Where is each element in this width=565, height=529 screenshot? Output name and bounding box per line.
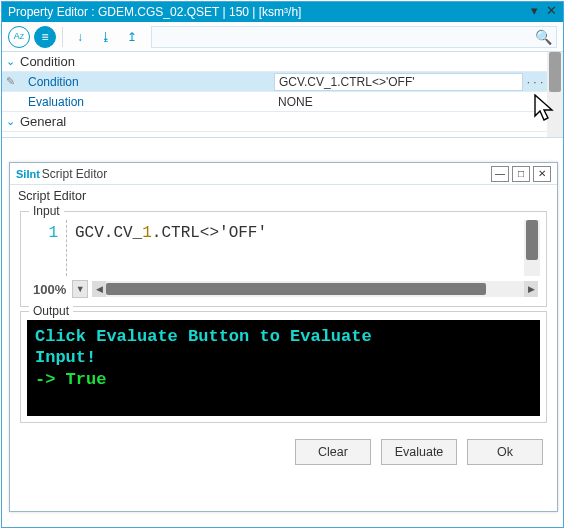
code-vscroll-thumb[interactable]: [526, 220, 538, 260]
maximize-icon: □: [518, 168, 524, 179]
sort-az-icon: AZ: [14, 32, 24, 41]
output-line3: -> True: [35, 370, 106, 389]
output-line2: Input!: [35, 348, 96, 367]
output-line1: Click Evaluate Button to Evaluate: [35, 327, 372, 346]
row-evaluation-value: NONE: [274, 95, 547, 109]
search-input[interactable]: 🔍: [151, 26, 557, 48]
script-editor-window: SiInt Script Editor — □ ✕ Script Editor …: [9, 162, 558, 512]
code-hscrollbar[interactable]: ◀ ▶: [92, 281, 538, 297]
download-icon: ↓: [77, 30, 83, 44]
row-condition[interactable]: ✎ Condition GCV.CV_1.CTRL<>'OFF' · · ·: [2, 72, 547, 92]
zoom-level: 100%: [27, 282, 72, 297]
pin-icon[interactable]: ▾: [531, 3, 538, 18]
script-editor-button-row: Clear Evaluate Ok: [10, 427, 557, 465]
property-editor-title: Property Editor : GDEM.CGS_02.QSET | 150…: [8, 5, 301, 19]
hscroll-left-arrow[interactable]: ◀: [92, 281, 106, 297]
property-editor-toolbar: AZ ≡ ↓ ⭳ ↥ 🔍: [2, 22, 563, 52]
code-vscrollbar[interactable]: [524, 220, 540, 276]
zoom-dropdown[interactable]: ▼: [72, 280, 88, 298]
sort-az-button[interactable]: AZ: [8, 26, 30, 48]
chevron-down-icon: ⌄: [6, 55, 20, 68]
ellipsis-button[interactable]: · · ·: [523, 75, 547, 89]
export-icon: ↥: [127, 30, 137, 44]
section-general-label: General: [20, 114, 66, 129]
group-icon: ≡: [41, 30, 48, 44]
minimize-icon: —: [495, 168, 505, 179]
input-group: Input 1 GCV.CV_1.CTRL<>'OFF' 100% ▼ ◀ ▶: [20, 211, 547, 307]
export-button[interactable]: ↥: [121, 26, 143, 48]
section-general-header[interactable]: ⌄ General: [2, 112, 547, 132]
line-number: 1: [48, 224, 58, 242]
close-button[interactable]: ✕: [533, 166, 551, 182]
edit-icon: ✎: [2, 75, 18, 88]
search-icon: 🔍: [535, 29, 552, 45]
grid-vscrollbar[interactable]: [547, 52, 563, 137]
output-legend: Output: [29, 304, 73, 318]
code-gutter: 1: [27, 220, 67, 276]
import-icon: ⭳: [100, 30, 112, 44]
group-button[interactable]: ≡: [34, 26, 56, 48]
input-legend: Input: [29, 204, 64, 218]
import-button[interactable]: ⭳: [95, 26, 117, 48]
output-console: Click Evaluate Button to Evaluate Input!…: [27, 320, 540, 416]
code-status-row: 100% ▼ ◀ ▶: [27, 278, 540, 300]
row-condition-value[interactable]: GCV.CV_1.CTRL<>'OFF': [274, 73, 523, 91]
row-evaluation-label: Evaluation: [18, 95, 274, 109]
download-button[interactable]: ↓: [69, 26, 91, 48]
script-editor-brand: SiInt: [16, 168, 40, 180]
output-group: Output Click Evaluate Button to Evaluate…: [20, 311, 547, 423]
minimize-button[interactable]: —: [491, 166, 509, 182]
section-condition-header[interactable]: ⌄ Condition: [2, 52, 547, 72]
section-condition-label: Condition: [20, 54, 75, 69]
maximize-button[interactable]: □: [512, 166, 530, 182]
property-editor-window: ▾ ✕ Property Editor : GDEM.CGS_02.QSET |…: [1, 1, 564, 528]
code-text[interactable]: GCV.CV_1.CTRL<>'OFF': [67, 220, 524, 276]
close-icon[interactable]: ✕: [546, 3, 557, 18]
ok-button[interactable]: Ok: [467, 439, 543, 465]
code-hscroll-thumb[interactable]: [106, 283, 486, 295]
row-condition-label: Condition: [18, 75, 274, 89]
evaluate-button[interactable]: Evaluate: [381, 439, 457, 465]
script-editor-title: Script Editor: [42, 167, 107, 181]
property-grid: ⌄ Condition ✎ Condition GCV.CV_1.CTRL<>'…: [2, 52, 563, 138]
chevron-down-icon: ▼: [76, 284, 85, 294]
close-icon: ✕: [538, 168, 546, 179]
chevron-down-icon: ⌄: [6, 115, 20, 128]
script-editor-titlebar: SiInt Script Editor — □ ✕: [10, 163, 557, 185]
row-evaluation[interactable]: Evaluation NONE: [2, 92, 547, 112]
script-editor-subtitle: Script Editor: [10, 185, 557, 207]
grid-vscroll-thumb[interactable]: [549, 52, 561, 92]
code-editor[interactable]: 1 GCV.CV_1.CTRL<>'OFF': [27, 220, 540, 276]
hscroll-right-arrow[interactable]: ▶: [524, 281, 538, 297]
toolbar-separator: [62, 27, 63, 47]
property-editor-titlebar: Property Editor : GDEM.CGS_02.QSET | 150…: [2, 2, 563, 22]
clear-button[interactable]: Clear: [295, 439, 371, 465]
